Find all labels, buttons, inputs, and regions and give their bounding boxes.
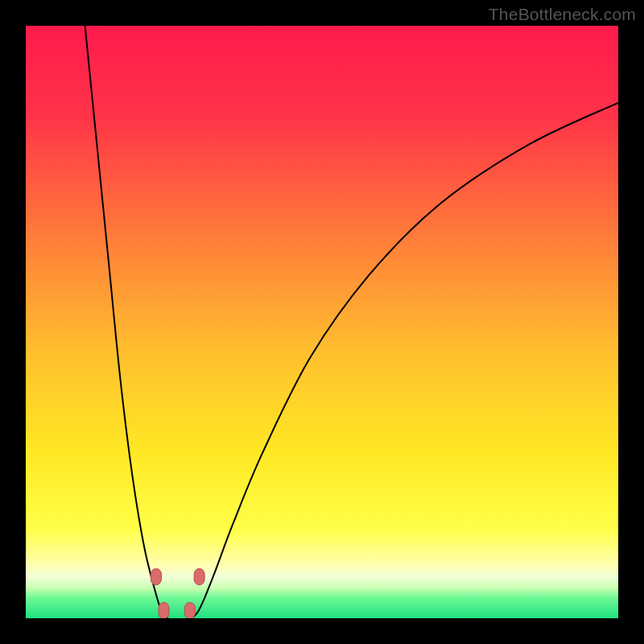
plot-area [26,26,618,618]
watermark-text: TheBottleneck.com [489,5,636,24]
trough-marker [151,568,161,584]
trough-markers [151,568,204,618]
trough-marker [184,602,195,618]
left-branch-curve [85,26,168,618]
chart-curves [26,26,618,618]
trough-marker [194,568,204,584]
right-branch-curve [192,103,618,618]
trough-marker [159,602,169,618]
